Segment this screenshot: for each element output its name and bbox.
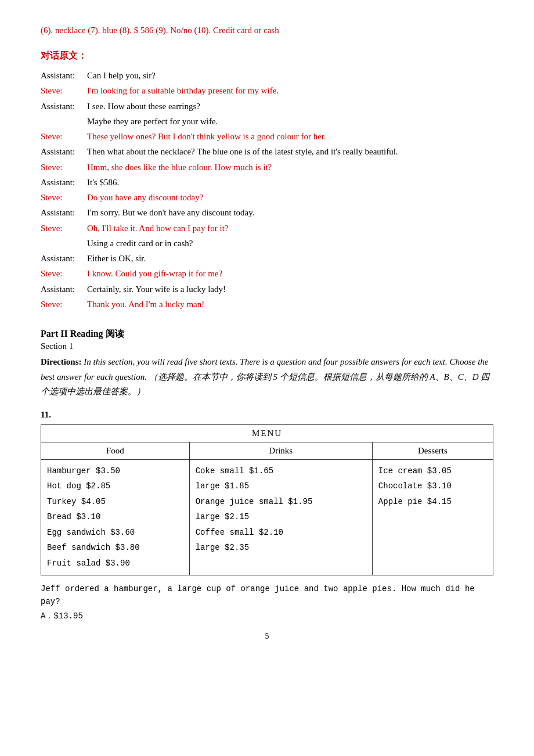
text-1: Can I help you, sir? bbox=[87, 68, 493, 83]
directions-block: Directions: In this section, you will re… bbox=[41, 355, 493, 399]
directions-label: Directions: bbox=[41, 357, 82, 366]
speaker-4: Steve: bbox=[41, 129, 87, 144]
menu-header-row: Food Drinks Desserts bbox=[41, 442, 493, 459]
dialogue-line-11: Assistant: Either is OK, sir. bbox=[41, 251, 493, 266]
speaker-7: Assistant: bbox=[41, 175, 87, 190]
dialogue-indent-2: Using a credit card or in cash? bbox=[41, 236, 493, 251]
text-5: Then what about the necklace? The blue o… bbox=[87, 144, 493, 159]
food-item-4: Bread $3.10 bbox=[47, 512, 100, 521]
dialogue-section-title: 对话原文： bbox=[41, 50, 493, 62]
text-9: I'm sorry. But we don't have any discoun… bbox=[87, 205, 493, 220]
text-2: I'm looking for a suitable birthday pres… bbox=[87, 83, 493, 98]
menu-title: MENU bbox=[41, 424, 493, 442]
text-11: Either is OK, sir. bbox=[87, 251, 493, 266]
drink-item-2: large $1.85 bbox=[196, 481, 249, 491]
dialogue-line-6: Steve: Hmm, she does like the blue colou… bbox=[41, 160, 493, 175]
drink-item-3: Orange juice small $1.95 bbox=[196, 497, 313, 506]
text-10: Oh, I'll take it. And how can I pay for … bbox=[87, 221, 493, 236]
part-title: Part II Reading 阅读 bbox=[41, 328, 493, 340]
speaker-2: Steve: bbox=[41, 83, 87, 98]
dialogue-line-7: Assistant: It's $586. bbox=[41, 175, 493, 190]
menu-food-items: Hamburger $3.50 Hot dog $2.85 Turkey $4.… bbox=[41, 459, 190, 575]
question-text: Jeff ordered a hamburger, a large cup of… bbox=[41, 582, 493, 609]
dialogue-line-14: Steve: Thank you. And I'm a lucky man! bbox=[41, 297, 493, 312]
speaker-11: Assistant: bbox=[41, 251, 87, 266]
speaker-1: Assistant: bbox=[41, 68, 87, 83]
food-item-5: Egg sandwich $3.60 bbox=[47, 528, 135, 537]
page-number: 5 bbox=[41, 632, 493, 641]
dialogue-line-13: Assistant: Certainly, sir. Your wife is … bbox=[41, 282, 493, 297]
dessert-item-2: Chocolate $3.10 bbox=[378, 481, 452, 491]
text-3: I see. How about these earrings? bbox=[87, 99, 493, 114]
text-6: Hmm, she does like the blue colour. How … bbox=[87, 160, 493, 175]
dialogue-line-8: Steve: Do you have any discount today? bbox=[41, 190, 493, 205]
dialogue-line-12: Steve: I know. Could you gift-wrap it fo… bbox=[41, 266, 493, 281]
menu-header-desserts: Desserts bbox=[372, 442, 493, 459]
food-item-7: Fruit salad $3.90 bbox=[47, 559, 130, 568]
dialogue-line-2: Steve: I'm looking for a suitable birthd… bbox=[41, 83, 493, 98]
speaker-14: Steve: bbox=[41, 297, 87, 312]
text-14: Thank you. And I'm a lucky man! bbox=[87, 297, 493, 312]
dialogue-line-4: Steve: These yellow ones? But I don't th… bbox=[41, 129, 493, 144]
dessert-item-1: Ice cream $3.05 bbox=[378, 466, 452, 476]
text-indent-2: Using a credit card or in cash? bbox=[87, 239, 193, 248]
answer-a: A．$13.95 bbox=[41, 611, 493, 621]
dialogue-indent-1: Maybe they are perfect for your wife. bbox=[41, 114, 493, 129]
dialogue-line-9: Assistant: I'm sorry. But we don't have … bbox=[41, 205, 493, 220]
section-label: Section 1 bbox=[41, 341, 493, 351]
question-number: 11. bbox=[41, 410, 493, 420]
food-item-1: Hamburger $3.50 bbox=[47, 466, 120, 476]
food-item-3: Turkey $4.05 bbox=[47, 497, 106, 506]
text-4: These yellow ones? But I don't think yel… bbox=[87, 129, 493, 144]
speaker-8: Steve: bbox=[41, 190, 87, 205]
dialogue-line-10: Steve: Oh, I'll take it. And how can I p… bbox=[41, 221, 493, 236]
dialogue-line-5: Assistant: Then what about the necklace?… bbox=[41, 144, 493, 159]
menu-title-row: MENU bbox=[41, 424, 493, 442]
menu-content-row: Hamburger $3.50 Hot dog $2.85 Turkey $4.… bbox=[41, 459, 493, 575]
speaker-13: Assistant: bbox=[41, 282, 87, 297]
menu-header-food: Food bbox=[41, 442, 190, 459]
drink-item-4: large $2.15 bbox=[196, 512, 249, 521]
text-8: Do you have any discount today? bbox=[87, 190, 493, 205]
dialogue-line-3: Assistant: I see. How about these earrin… bbox=[41, 99, 493, 114]
speaker-12: Steve: bbox=[41, 266, 87, 281]
drink-item-6: large $2.35 bbox=[196, 543, 249, 552]
drink-item-5: Coffee small $2.10 bbox=[196, 528, 283, 537]
speaker-5: Assistant: bbox=[41, 144, 87, 159]
speaker-3: Assistant: bbox=[41, 99, 87, 114]
menu-drink-items: Coke small $1.65 large $1.85 Orange juic… bbox=[189, 459, 372, 575]
menu-header-drinks: Drinks bbox=[189, 442, 372, 459]
dialogue-block: Assistant: Can I help you, sir? Steve: I… bbox=[41, 68, 493, 312]
dialogue-line-1: Assistant: Can I help you, sir? bbox=[41, 68, 493, 83]
food-item-2: Hot dog $2.85 bbox=[47, 481, 110, 491]
dessert-item-3: Apple pie $4.15 bbox=[378, 497, 452, 506]
speaker-6: Steve: bbox=[41, 160, 87, 175]
text-indent-1: Maybe they are perfect for your wife. bbox=[87, 117, 218, 126]
food-item-6: Beef sandwich $3.80 bbox=[47, 543, 140, 552]
speaker-10: Steve: bbox=[41, 221, 87, 236]
speaker-9: Assistant: bbox=[41, 205, 87, 220]
text-12: I know. Could you gift-wrap it for me? bbox=[87, 266, 493, 281]
menu-dessert-items: Ice cream $3.05 Chocolate $3.10 Apple pi… bbox=[372, 459, 493, 575]
text-7: It's $586. bbox=[87, 175, 493, 190]
text-13: Certainly, sir. Your wife is a lucky lad… bbox=[87, 282, 493, 297]
answers-line: (6). necklace (7). blue (8). $ 586 (9). … bbox=[41, 23, 493, 37]
menu-table: MENU Food Drinks Desserts Hamburger $3.5… bbox=[41, 424, 493, 575]
drink-item-1: Coke small $1.65 bbox=[196, 466, 273, 476]
